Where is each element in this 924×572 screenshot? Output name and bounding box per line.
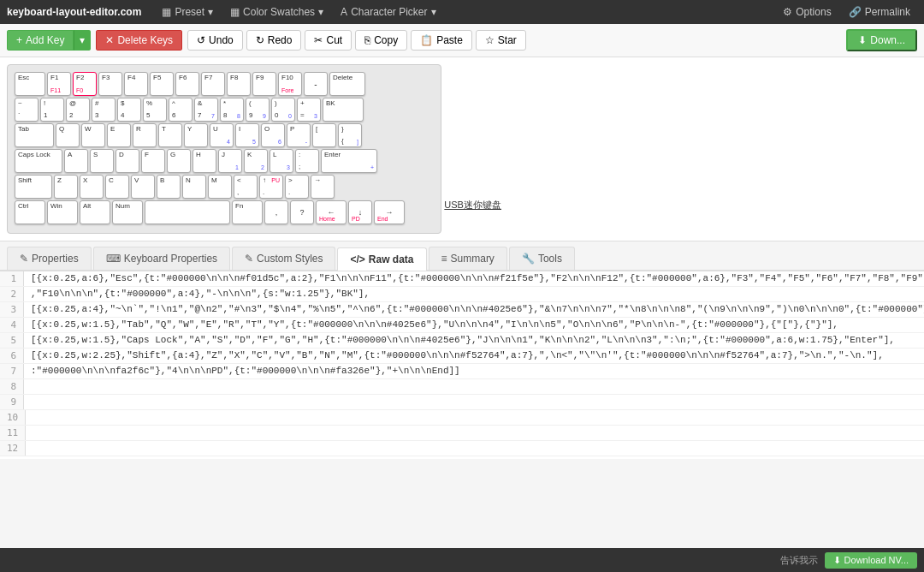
undo-button[interactable]: ↺ Undo xyxy=(187,30,243,51)
key-shift-right[interactable]: → xyxy=(311,175,335,199)
key-enter[interactable]: Enter + xyxy=(321,149,377,173)
key-f2[interactable]: F2 F0 xyxy=(73,72,97,96)
key-close-bracket[interactable]: } { ] xyxy=(338,123,362,147)
tab-tools[interactable]: 🔧 Tools xyxy=(509,247,575,270)
tab-raw-data[interactable]: </> Raw data xyxy=(337,247,426,271)
key-1[interactable]: ! 1 xyxy=(40,98,64,122)
key-f4[interactable]: F4 xyxy=(124,72,148,96)
line-content[interactable]: [{x:0.25,w:1.5},"Tab","Q","W","E","R","T… xyxy=(24,318,924,332)
nav-permalink[interactable]: 🔗 Permalink xyxy=(842,3,917,21)
key-9[interactable]: ( 9 9 xyxy=(246,98,270,122)
copy-button[interactable]: ⎘ Copy xyxy=(355,30,407,51)
key-m[interactable]: M xyxy=(208,175,232,199)
key-p[interactable]: P - xyxy=(287,123,311,147)
tab-keyboard-properties[interactable]: ⌨ Keyboard Properties xyxy=(93,247,230,270)
key-delete[interactable]: Delete xyxy=(329,72,365,96)
key-f10[interactable]: F10 Fore xyxy=(278,72,302,96)
key-r[interactable]: R xyxy=(133,123,157,147)
key-d[interactable]: D xyxy=(116,149,139,173)
nav-character-picker[interactable]: A Character Picker ▾ xyxy=(334,3,442,21)
key-tab[interactable]: Tab xyxy=(15,123,54,147)
keyboard-name-link[interactable]: USB迷你键盘 xyxy=(444,199,501,212)
key-5[interactable]: % 5 xyxy=(143,98,167,122)
key-t[interactable]: T xyxy=(158,123,182,147)
line-content[interactable]: [{x:0.25,a:4},"~\n`","!\n1","@\n2","#\n3… xyxy=(24,302,924,317)
key-4[interactable]: $ 4 xyxy=(117,98,141,122)
add-key-button[interactable]: + Add Key xyxy=(7,30,74,51)
key-spacebar[interactable] xyxy=(145,200,230,224)
key-s[interactable]: S xyxy=(90,149,114,173)
key-arrow-left[interactable]: ← Home xyxy=(316,200,346,224)
table-row[interactable]: 1[{x:0.25,a:6},"Esc",{t:"#000000\n\n\n#f… xyxy=(0,271,924,287)
key-c[interactable]: C xyxy=(105,175,129,199)
line-content[interactable]: [{x:0.25,a:6},"Esc",{t:"#000000\n\n\n#f0… xyxy=(24,271,924,286)
key-alt[interactable]: Alt xyxy=(80,200,110,224)
key-w[interactable]: W xyxy=(81,123,105,147)
nav-color-swatches[interactable]: ▦ Color Swatches ▾ xyxy=(223,3,330,21)
key-6[interactable]: ^ 6 xyxy=(169,98,192,122)
star-button[interactable]: ☆ Star xyxy=(476,30,526,51)
key-question[interactable]: ? xyxy=(290,200,314,224)
key-plus-equals[interactable]: + = 3 xyxy=(297,98,321,122)
key-7[interactable]: & 7 7 xyxy=(194,98,218,122)
line-content[interactable]: :"#000000\n\n\nfa2f6c"},"4\n\n\nPD",{t:"… xyxy=(24,364,924,378)
key-l[interactable]: L 3 xyxy=(270,149,293,173)
key-open-bracket[interactable]: [ xyxy=(312,123,336,147)
key-a[interactable]: A xyxy=(64,149,88,173)
key-win[interactable]: Win xyxy=(47,200,78,224)
table-row[interactable]: 7 :"#000000\n\n\nfa2f6c"},"4\n\n\nPD",{t… xyxy=(0,364,924,379)
key-n[interactable]: N xyxy=(182,175,206,199)
cut-button[interactable]: ✂ Cut xyxy=(305,30,352,51)
key-fn[interactable]: Fn xyxy=(232,200,263,224)
key-i[interactable]: I 5 xyxy=(235,123,259,147)
key-period[interactable]: ↑ . PU xyxy=(259,175,283,199)
key-arrow-right[interactable]: → End xyxy=(374,200,405,224)
table-row[interactable]: 3[{x:0.25,a:4},"~\n`","!\n1","@\n2","#\n… xyxy=(0,302,924,318)
key-8[interactable]: * 8 8 xyxy=(220,98,244,122)
table-row[interactable]: 2 ,"F10\n\n\n",{t:"#000000",a:4},"-\n\n\… xyxy=(0,287,924,302)
key-ctrl[interactable]: Ctrl xyxy=(15,200,45,224)
key-esc[interactable]: Esc xyxy=(15,72,45,96)
key-comma[interactable]: < , xyxy=(234,175,258,199)
key-f6[interactable]: F6 xyxy=(175,72,199,96)
key-0[interactable]: ) 0 0 xyxy=(271,98,295,122)
tab-summary[interactable]: ≡ Summary xyxy=(429,247,507,270)
tab-custom-styles[interactable]: ✎ Custom Styles xyxy=(232,247,335,270)
nav-options[interactable]: ⚙ Options xyxy=(776,3,838,21)
key-g[interactable]: G xyxy=(167,149,191,173)
download-button[interactable]: ⬇ Down... xyxy=(846,29,917,51)
key-f5[interactable]: F5 xyxy=(150,72,174,96)
key-v[interactable]: V xyxy=(131,175,155,199)
add-key-dropdown-button[interactable]: ▾ xyxy=(74,30,91,51)
key-comma-bottom[interactable]: , xyxy=(264,200,288,224)
key-b[interactable]: B xyxy=(157,175,181,199)
line-content[interactable]: ,"F10\n\n\n",{t:"#000000",a:4},"-\n\n\n"… xyxy=(24,287,924,301)
key-q[interactable]: Q xyxy=(56,123,80,147)
key-u[interactable]: U 4 xyxy=(210,123,234,147)
key-caps-lock[interactable]: Caps Lock xyxy=(15,149,62,173)
key-f3[interactable]: F3 xyxy=(98,72,122,96)
paste-button[interactable]: 📋 Paste xyxy=(411,30,472,51)
key-z[interactable]: Z xyxy=(54,175,78,199)
table-row[interactable]: 5[{x:0.25,w:1.5},"Caps Lock","A","S","D"… xyxy=(0,333,924,349)
key-3[interactable]: # 3 xyxy=(92,98,116,122)
key-f8[interactable]: F8 xyxy=(227,72,251,96)
key-num[interactable]: Num xyxy=(112,200,143,224)
key-k[interactable]: K 2 xyxy=(244,149,268,173)
redo-button[interactable]: ↻ Redo xyxy=(246,30,302,51)
table-row[interactable]: 4[{x:0.25,w:1.5},"Tab","Q","W","E","R","… xyxy=(0,318,924,333)
key-j[interactable]: J 1 xyxy=(218,149,242,173)
line-content[interactable]: [{x:0.25,w:1.5},"Caps Lock","A","S","D",… xyxy=(24,333,924,348)
key-f9[interactable]: F9 xyxy=(252,72,276,96)
key-f1[interactable]: F1 F11 xyxy=(47,72,71,96)
key-f[interactable]: F xyxy=(141,149,165,173)
key-2[interactable]: @ 2 xyxy=(66,98,90,122)
key-shift-left[interactable]: Shift xyxy=(15,175,52,199)
delete-keys-button[interactable]: ✕ Delete Keys xyxy=(96,30,182,51)
table-row[interactable]: 6[{x:0.25,w:2.25},"Shift",{a:4},"Z","X",… xyxy=(0,349,924,364)
key-f7[interactable]: F7 xyxy=(201,72,225,96)
key-y[interactable]: Y xyxy=(184,123,208,147)
key-arrow-down[interactable]: ↓ PD xyxy=(348,200,372,224)
key-o[interactable]: O 6 xyxy=(261,123,285,147)
key-e[interactable]: E xyxy=(107,123,131,147)
